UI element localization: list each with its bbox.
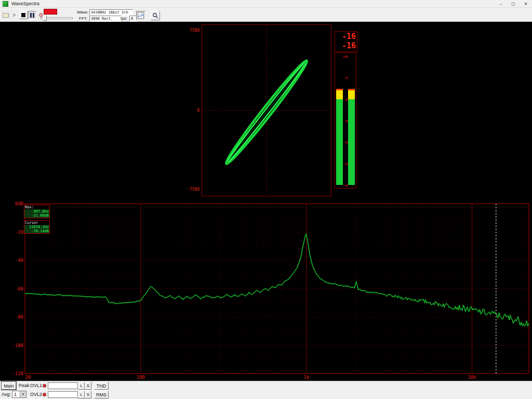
magnifier-icon xyxy=(152,12,158,19)
meter-scale-label: -40 xyxy=(335,140,356,144)
cursor-label: Cursor xyxy=(24,221,49,225)
scope-y-mid-label: 0 xyxy=(183,108,200,113)
config-button[interactable] xyxy=(151,11,160,20)
peak-level-display: -16 -16 xyxy=(335,31,357,52)
stop-icon xyxy=(21,13,25,17)
plot-border xyxy=(25,204,529,374)
window-title: WaveSpectra xyxy=(11,1,39,6)
wavespectra-window: WaveSpectra – ▢ ✕ Wave: 44100Hz 16bit 2c… xyxy=(0,0,532,399)
meter-scale-label: -60 xyxy=(335,183,356,187)
scope-y-min-label: -7500 xyxy=(183,187,200,192)
ovl1-label: OVL1 xyxy=(30,383,42,388)
ovl2-input[interactable] xyxy=(48,391,78,398)
lissajous-panel: 7500 0 -7500 -16 -16 0dB-10-20-30-40-50-… xyxy=(0,22,532,201)
meter-scale-label: -10 xyxy=(335,76,356,79)
ovl1-input[interactable] xyxy=(48,382,78,389)
lissajous-figure xyxy=(202,25,331,196)
avg-select[interactable]: 1 ▾ xyxy=(12,391,26,398)
spectrum-trace xyxy=(25,234,529,326)
statusbar-row-1: Main Peak OVL1 L S THD xyxy=(0,381,532,390)
left-peak-db: -16 xyxy=(335,32,357,41)
max-freq: 997.0Hz xyxy=(24,209,49,214)
statusbar: Main Peak OVL1 L S THD Avg: 1 ▾ OVL2 L S… xyxy=(0,381,532,399)
maximize-button[interactable]: ▢ xyxy=(507,0,520,8)
cursor-db: -78.14dB xyxy=(24,229,49,233)
thd-button[interactable]: THD xyxy=(94,382,109,390)
meter-scale-label: -50 xyxy=(335,162,356,166)
spectrum-trace-glow xyxy=(25,234,529,326)
x-axis-tick: 20 xyxy=(25,375,31,380)
max-label: Max: xyxy=(24,205,49,209)
position-slider[interactable] xyxy=(41,15,73,21)
avg-label: Avg: xyxy=(2,392,11,397)
titlebar: WaveSpectra – ▢ ✕ xyxy=(0,0,532,8)
y-axis-tick: -100 xyxy=(12,343,23,348)
main-button[interactable]: Main xyxy=(2,382,16,390)
ovl1-s-button[interactable]: S xyxy=(85,382,91,390)
cursor-freq: 13970.1Hz xyxy=(24,225,49,229)
open-file-icon xyxy=(3,13,9,18)
ovl2-label: OVL2 xyxy=(30,392,42,397)
y-axis-tick: 0dB xyxy=(15,201,23,206)
ovl2-led xyxy=(43,393,46,396)
meter-scale-label: -30 xyxy=(335,119,356,123)
fps-value: 0 xyxy=(129,16,137,22)
record-level-indicator xyxy=(44,9,57,15)
pause-icon xyxy=(30,11,35,19)
x-axis-tick: 10k xyxy=(468,375,476,380)
fft-label: FFT: xyxy=(79,16,87,21)
ovl2-s-button[interactable]: S xyxy=(85,391,91,398)
avg-value: 1 xyxy=(12,392,20,397)
scope-y-max-label: 7500 xyxy=(183,28,200,33)
ovl1-l-button[interactable]: L xyxy=(78,382,85,390)
fft-info-value: 4096 Rect. xyxy=(89,16,122,22)
open-button[interactable] xyxy=(2,11,10,19)
play-icon xyxy=(13,13,17,17)
y-axis-tick: -60 xyxy=(15,286,23,291)
stop-button[interactable] xyxy=(19,11,28,19)
max-info-box: Max: 997.0Hz -21.09dB xyxy=(24,205,50,218)
x-axis-tick: 100 xyxy=(137,375,145,380)
window-controls: – ▢ ✕ xyxy=(495,0,532,8)
wave-info-value: 44100Hz 16bit 2ch xyxy=(89,9,133,16)
y-axis-tick: -80 xyxy=(15,314,23,320)
lissajous-scope xyxy=(202,24,331,196)
y-axis-tick: -120 xyxy=(12,371,23,376)
fps-label: fps: xyxy=(121,16,127,21)
chevron-down-icon: ▾ xyxy=(20,391,26,397)
right-peak-db: -16 xyxy=(335,41,357,50)
spectrum-panel: 0dB-20-40-60-80-100-120201001k10k Max: 9… xyxy=(0,201,532,381)
minimize-button[interactable]: – xyxy=(495,0,507,8)
pause-button[interactable] xyxy=(28,11,36,19)
chart-icon xyxy=(138,12,144,19)
app-icon xyxy=(3,1,8,7)
spectrum-view-button[interactable] xyxy=(136,11,145,20)
x-axis-tick: 1k xyxy=(303,375,309,380)
meter-scale-label: 0dB xyxy=(335,55,356,58)
ovl2-l-button[interactable]: L xyxy=(78,391,85,398)
max-db: -21.09dB xyxy=(24,214,49,218)
toolbar: Wave: 44100Hz 16bit 2ch FFT: 4096 Rect. … xyxy=(0,8,532,22)
meter-scale: 0dB-10-20-30-40-50-60 xyxy=(335,53,356,188)
meter-scale-label: -20 xyxy=(335,98,356,101)
y-axis-tick: -40 xyxy=(15,258,23,263)
peak-label: Peak xyxy=(19,383,30,388)
y-axis-tick: -20 xyxy=(15,230,23,235)
play-button[interactable] xyxy=(10,11,19,19)
slider-thumb[interactable] xyxy=(43,15,47,21)
level-meter: 0dB-10-20-30-40-50-60 xyxy=(335,52,356,189)
close-button[interactable]: ✕ xyxy=(520,0,532,8)
statusbar-row-2: Avg: 1 ▾ OVL2 L S RMS xyxy=(0,390,532,399)
ovl1-led xyxy=(43,384,46,388)
spectrum-chart: 0dB-20-40-60-80-100-120201001k10k xyxy=(0,201,532,381)
cursor-info-box: Cursor 13970.1Hz -78.14dB xyxy=(24,220,50,234)
rms-button[interactable]: RMS xyxy=(94,391,109,398)
wave-label: Wave: xyxy=(77,10,88,15)
